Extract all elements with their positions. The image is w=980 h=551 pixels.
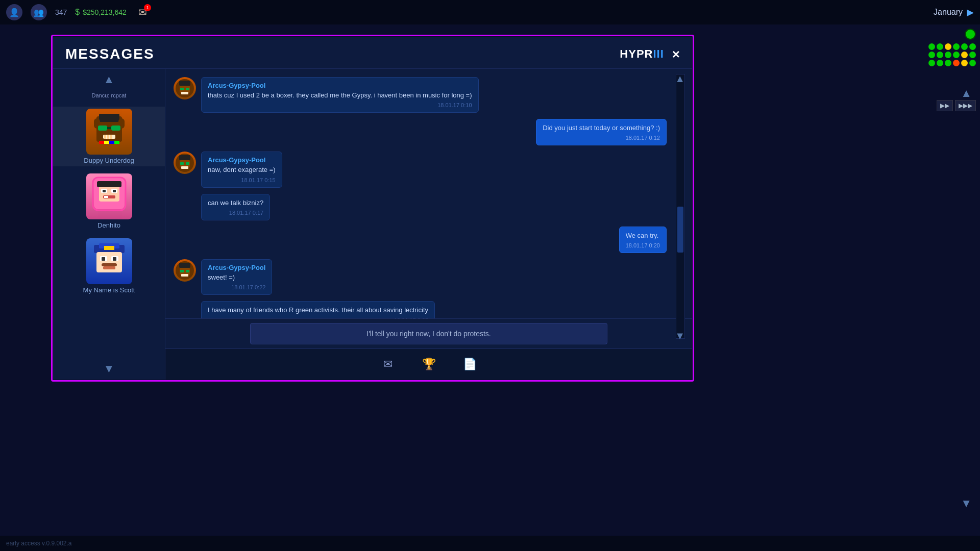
contact-name-denhito: Denhito [97,221,120,229]
sidebar-scroll-up[interactable]: ▲ [104,73,115,86]
month-navigator: January ▶ [934,7,974,18]
message-time: 18.01.17 0:12 [543,135,660,141]
version-label: early access v.0.9.002.a [6,540,72,547]
dot [928,43,935,50]
svg-rect-8 [104,135,106,139]
svg-rect-40 [181,92,188,94]
messages-title: MESSAGES [65,46,155,62]
dot [945,52,951,58]
svg-rect-39 [186,88,189,90]
avatar-duppy [86,109,132,155]
dot [969,43,976,50]
messages-panel: MESSAGES HYPRIII × ▲ Dancu: rcpcat [53,37,692,380]
play-button[interactable]: ▶▶ [937,100,953,111]
hypr-logo-suffix: III [653,47,664,60]
chat-area: Arcus-Gypsy-Pool thats cuz I used 2 be a… [165,69,692,380]
dot [953,52,960,58]
message-sender: Arcus-Gypsy-Pool [208,264,265,271]
svg-rect-33 [102,263,117,266]
sidebar-scroll-down[interactable]: ▼ [104,362,115,375]
response-option[interactable]: I'll tell you right now, I don't do prot… [250,323,607,344]
message-sender: Arcus-Gypsy-Pool [208,156,276,164]
svg-rect-51 [186,270,189,272]
contact-name-dancu: Dancu: rcpcat [90,91,129,99]
message-time: 18.01.17 0:20 [626,242,660,248]
svg-rect-14 [114,141,119,144]
sender-avatar [174,259,196,282]
dots-row-3 [928,60,976,66]
svg-rect-48 [179,263,190,268]
mail-button[interactable]: ✉ 1 [135,4,151,20]
close-button[interactable]: × [672,46,680,62]
dot [961,60,968,66]
svg-rect-38 [180,88,184,90]
right-scroll-up[interactable]: ▲ [961,87,972,100]
media-controls: ▶▶ ▶▶▶ [937,100,976,111]
message-text: sweet! =) [208,273,265,282]
message-row: Arcus-Gypsy-Pool naw, dont exagerate =) … [174,152,667,187]
contacts-sidebar: ▲ Dancu: rcpcat [53,69,165,380]
message-bubble: can we talk bizniz? 18.01.17 0:17 [201,194,270,220]
message-bubble: Arcus-Gypsy-Pool sweet! =) 18.01.17 0:22 [201,259,272,295]
message-time: 18.01.17 0:10 [208,102,472,108]
message-row: can we talk bizniz? 18.01.17 0:17 [174,194,667,220]
svg-rect-31 [102,257,105,261]
fast-forward-button[interactable]: ▶▶▶ [955,100,976,111]
tab-messages[interactable]: ✉ [378,354,398,374]
svg-rect-11 [99,141,104,144]
header-right: HYPRIII × [620,46,680,62]
svg-rect-50 [180,270,184,272]
dot [953,43,960,50]
top-bar: 👤 👥 347 $ $250,213,642 ✉ 1 January ▶ [0,0,980,24]
tab-achievements[interactable]: 🏆 [419,354,439,374]
message-text: naw, dont exagerate =) [208,165,276,174]
dot [928,60,935,66]
message-bubble: Arcus-Gypsy-Pool thats cuz I used 2 be a… [201,77,479,113]
svg-rect-27 [104,246,114,250]
svg-rect-12 [104,141,109,144]
dot [945,60,951,66]
sidebar-contact-dancu[interactable]: Dancu: rcpcat [53,89,165,102]
month-forward-arrow[interactable]: ▶ [967,7,974,18]
message-bubble: I have many of friends who R green activ… [201,301,435,318]
dot [969,52,976,58]
player-avatar-icon[interactable]: 👤 [6,4,22,20]
message-row-self: We can try. 18.01.17 0:20 [174,227,667,253]
svg-rect-36 [179,81,190,86]
svg-rect-32 [113,257,116,261]
messages-body: ▲ Dancu: rcpcat [53,69,692,380]
message-text: I have many of friends who R green activ… [208,306,428,315]
sidebar-contact-denhito[interactable]: Denhito [53,171,165,231]
dots-row-2 [928,52,976,58]
message-row: I have many of friends who R green activ… [174,301,667,318]
message-text: We can try. [626,231,660,240]
message-time: 18.01.17 0:17 [208,210,263,216]
message-row: Arcus-Gypsy-Pool thats cuz I used 2 be a… [174,77,667,113]
messages-tabs: ✉ 🏆 📄 [165,348,692,380]
bottom-bar: early access v.0.9.002.a [0,536,980,551]
message-text: Did you just start today or something? :… [543,123,660,133]
message-row-self: Did you just start today or something? :… [174,119,667,145]
svg-rect-44 [180,162,184,165]
svg-rect-19 [103,190,106,192]
svg-rect-23 [97,181,121,187]
sidebar-contact-duppy[interactable]: Duppy Underdog [53,107,165,166]
dots-row-1 [928,43,976,50]
chat-scroll-down-arrow[interactable]: ▼ [675,330,685,342]
message-bubble: Arcus-Gypsy-Pool naw, dont exagerate =) … [201,152,282,187]
dot [937,43,943,50]
chat-messages: Arcus-Gypsy-Pool thats cuz I used 2 be a… [165,69,692,318]
tab-contracts[interactable]: 📄 [459,354,480,374]
svg-rect-42 [179,155,190,160]
svg-rect-22 [104,196,108,198]
dot [937,52,943,58]
sidebar-contact-scott[interactable]: My Name is Scott [53,236,165,296]
message-bubble-self: Did you just start today or something? :… [536,119,667,145]
contact-name-scott: My Name is Scott [83,286,135,294]
message-text: thats cuz I used 2 be a boxer. they call… [208,91,472,100]
dot [945,43,951,50]
right-scroll-down[interactable]: ▼ [961,497,972,510]
svg-rect-5 [111,126,120,131]
chat-scrollbar[interactable] [676,74,685,339]
chat-scroll-up-arrow[interactable]: ▲ [675,73,685,85]
